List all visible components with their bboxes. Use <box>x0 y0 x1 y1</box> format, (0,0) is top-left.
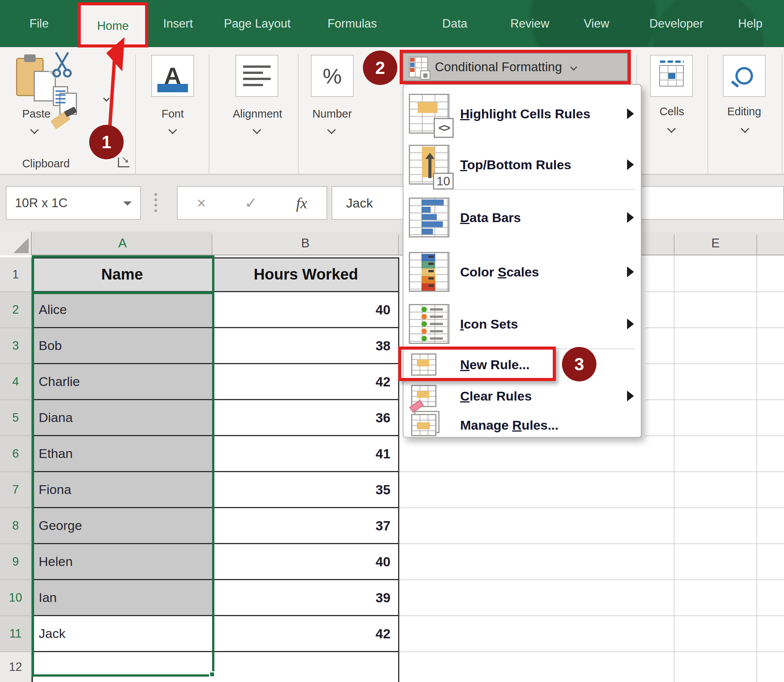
name-cell[interactable]: Alice <box>32 292 212 328</box>
conditional-formatting-label: Conditional Formatting <box>435 60 562 74</box>
worksheet: A B E 1 Name Hours Worked <box>0 232 784 682</box>
column-header-e[interactable]: E <box>675 232 756 255</box>
row-header-5[interactable]: 7 <box>0 472 32 508</box>
row-header-2[interactable]: 4 <box>0 364 32 400</box>
annotation-box-new-rule <box>398 347 556 381</box>
table-row: 10 Ian 39 <box>0 580 398 616</box>
name-cell[interactable]: Helen <box>32 544 212 580</box>
column-header-row: A B E <box>0 232 784 255</box>
row-header-1[interactable]: 1 <box>0 257 32 292</box>
name-box-dropdown-icon[interactable] <box>123 201 132 210</box>
group-separator <box>782 55 782 177</box>
font-group-button[interactable]: A <box>151 55 194 97</box>
column-header-a[interactable]: A <box>33 232 212 255</box>
data-bars-icon <box>409 198 449 237</box>
row-header-9[interactable]: 11 <box>0 616 32 652</box>
row-header-6[interactable]: 8 <box>0 508 32 544</box>
tab-help[interactable]: Help <box>732 0 769 47</box>
hours-cell[interactable]: 36 <box>212 400 398 436</box>
paste-chevron-icon[interactable] <box>30 126 39 134</box>
menu-item-color-scales[interactable]: Color Scales <box>403 249 641 295</box>
editing-group-button[interactable] <box>723 55 766 97</box>
clipboard-dialog-launcher-icon[interactable] <box>118 157 129 167</box>
font-chevron-icon <box>168 126 177 134</box>
group-separator <box>135 55 136 177</box>
cancel-icon[interactable]: × <box>197 195 206 212</box>
hours-cell[interactable]: 40 <box>212 544 398 580</box>
name-cell[interactable]: Jack <box>32 616 212 652</box>
table-row: 11 Jack 42 <box>0 616 398 652</box>
table-row: 8 George 37 <box>0 508 398 544</box>
table-row: 6 Ethan 41 <box>0 436 398 472</box>
tab-view[interactable]: View <box>577 0 616 47</box>
menu-item-highlight-cells-rules[interactable]: <> Highlight Cells Rules <box>403 91 641 137</box>
formula-bar-resize-handle[interactable] <box>155 193 157 213</box>
row-header-1[interactable]: 3 <box>0 328 32 364</box>
name-cell[interactable]: Ian <box>32 580 212 616</box>
alignment-icon <box>243 65 271 68</box>
table-header-row: 1 Name Hours Worked <box>0 257 398 292</box>
tab-developer[interactable]: Developer <box>640 0 713 47</box>
number-group-button[interactable]: % <box>311 55 354 97</box>
editing-group-label: Editing <box>717 105 771 118</box>
submenu-arrow-icon <box>627 212 639 223</box>
font-color-bar-icon <box>157 84 188 92</box>
cut-icon[interactable] <box>50 51 74 79</box>
name-box[interactable]: 10R x 1C <box>6 186 141 220</box>
name-cell[interactable]: George <box>32 508 212 544</box>
menu-item-clear-rules[interactable]: Clear Rules <box>403 381 641 411</box>
hours-cell[interactable]: 42 <box>212 364 398 400</box>
hours-cell[interactable]: 37 <box>212 508 398 544</box>
name-box-value: 10R x 1C <box>15 196 68 210</box>
tab-formulas[interactable]: Formulas <box>321 0 384 47</box>
name-cell[interactable]: Bob <box>32 328 212 364</box>
table-row: 2 Alice 40 <box>0 292 398 328</box>
menu-item-manage-rules[interactable]: Manage Rules... <box>403 413 641 437</box>
conditional-formatting-button[interactable]: ▦ Conditional Formatting <box>403 53 628 81</box>
cells-group-button[interactable] <box>650 55 693 97</box>
excel-window: File Home Insert Page Layout Formulas Da… <box>0 0 784 682</box>
formula-buttons: × ✓ fx <box>177 186 327 220</box>
row-header-7[interactable]: 9 <box>0 544 32 580</box>
group-separator <box>298 55 299 177</box>
tab-data[interactable]: Data <box>436 0 473 47</box>
select-all-corner[interactable] <box>0 232 32 255</box>
conditional-formatting-menu: <> Highlight Cells Rules 10 Top/Bottom R… <box>403 84 642 438</box>
top-bottom-rules-icon: 10 <box>409 145 449 185</box>
cell-a1-name-header[interactable]: Name <box>32 257 212 292</box>
formula-bar-value: Jack <box>346 196 373 211</box>
hours-cell[interactable]: 38 <box>212 328 398 364</box>
name-cell[interactable]: Ethan <box>32 436 212 472</box>
hours-cell[interactable]: 40 <box>212 292 398 328</box>
row-header-12[interactable]: 12 <box>0 652 32 682</box>
cut-options-chevron-icon[interactable] <box>103 95 110 102</box>
hours-cell[interactable]: 35 <box>212 472 398 508</box>
copy-icon[interactable] <box>53 86 68 106</box>
name-cell[interactable]: Charlie <box>32 364 212 400</box>
table-row: 4 Charlie 42 <box>0 364 398 400</box>
column-header-b[interactable]: B <box>212 232 398 255</box>
empty-row-12: 12 <box>0 652 398 682</box>
row-header-0[interactable]: 2 <box>0 292 32 328</box>
name-cell[interactable]: Diana <box>32 400 212 436</box>
alignment-group-button[interactable] <box>235 55 278 97</box>
tab-review[interactable]: Review <box>505 0 555 47</box>
tab-page-layout[interactable]: Page Layout <box>216 0 298 47</box>
row-header-8[interactable]: 10 <box>0 580 32 616</box>
hours-cell[interactable]: 39 <box>212 580 398 616</box>
cells-group-label: Cells <box>647 105 697 118</box>
hours-cell[interactable]: 42 <box>212 616 398 652</box>
tab-insert[interactable]: Insert <box>156 0 200 47</box>
name-cell[interactable]: Fiona <box>32 472 212 508</box>
enter-icon[interactable]: ✓ <box>245 194 258 212</box>
menu-item-top-bottom-rules[interactable]: 10 Top/Bottom Rules <box>403 142 641 188</box>
insert-function-icon[interactable]: fx <box>296 194 307 212</box>
menu-item-icon-sets[interactable]: Icon Sets <box>403 301 641 347</box>
hours-cell[interactable]: 41 <box>212 436 398 472</box>
annotation-step-3: 3 <box>562 347 596 381</box>
row-header-4[interactable]: 6 <box>0 436 32 472</box>
tab-file[interactable]: File <box>24 0 54 47</box>
row-header-3[interactable]: 5 <box>0 400 32 436</box>
menu-item-data-bars[interactable]: Data Bars <box>403 195 641 240</box>
cell-b1-hours-header[interactable]: Hours Worked <box>212 257 398 292</box>
